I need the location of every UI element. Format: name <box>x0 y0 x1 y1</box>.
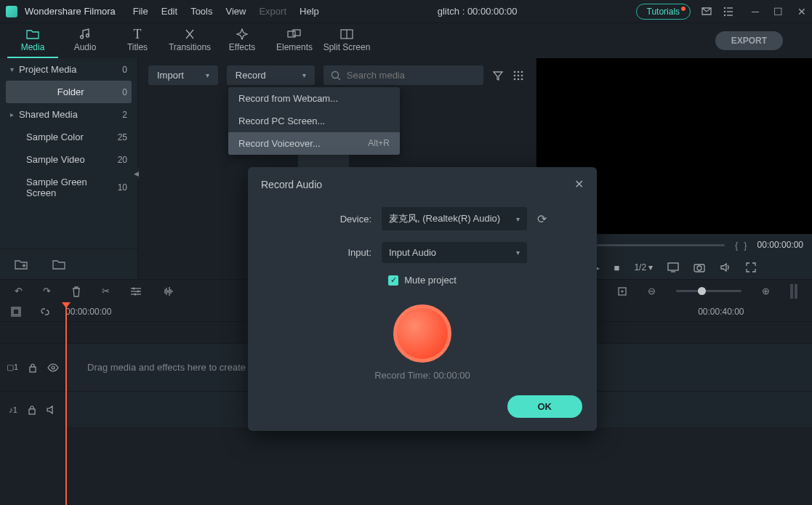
device-select[interactable]: 麦克风, (Realtek(R) Audio) ▾ <box>382 207 527 230</box>
sidebar: ▾ Project Media 0 Folder 0 ▸ Shared Medi… <box>0 58 138 279</box>
lock-icon[interactable] <box>28 405 36 415</box>
svg-point-21 <box>517 78 519 80</box>
maximize-button[interactable]: ☐ <box>773 6 783 17</box>
input-select[interactable]: Input Audio ▾ <box>382 242 527 263</box>
chevron-down-icon: ▾ <box>516 249 520 256</box>
tab-media[interactable]: Media <box>7 23 58 58</box>
tab-elements[interactable]: Elements <box>269 23 320 58</box>
display-icon[interactable] <box>667 262 679 272</box>
camera-icon[interactable] <box>694 262 705 272</box>
add-folder-icon[interactable] <box>15 259 28 270</box>
record-dropdown[interactable]: Record ▾ <box>227 65 315 85</box>
adjust-button[interactable] <box>130 286 142 296</box>
app-logo-icon <box>6 6 17 17</box>
record-button[interactable] <box>393 304 451 363</box>
undo-button[interactable]: ↶ <box>15 286 23 296</box>
lock-icon[interactable] <box>28 363 37 373</box>
zoom-slider[interactable] <box>676 290 741 292</box>
svg-point-38 <box>52 366 55 369</box>
tab-bar: Media Audio T Titles Transitions Effects… <box>0 23 812 58</box>
svg-point-18 <box>517 74 519 76</box>
sidebar-item-sample-green[interactable]: Sample Green Screen 10 <box>0 171 137 204</box>
search-field[interactable] <box>323 65 483 85</box>
minimize-button[interactable]: ─ <box>752 6 759 17</box>
menu-edit[interactable]: Edit <box>161 6 177 17</box>
timeline-layers-icon[interactable] <box>10 306 22 318</box>
chevron-down-icon: ▾ <box>302 71 306 79</box>
svg-rect-9 <box>293 30 300 36</box>
audio-track-header: ♪1 <box>0 392 65 427</box>
redo-button[interactable]: ↷ <box>43 286 51 296</box>
zoom-in-icon[interactable]: ⊕ <box>762 286 770 296</box>
svg-point-0 <box>724 7 725 8</box>
mark-out-icon[interactable]: } <box>744 240 747 251</box>
export-button[interactable]: EXPORT <box>715 31 783 50</box>
app-name: Wondershare Filmora <box>25 6 116 17</box>
menu-view[interactable]: View <box>225 6 246 17</box>
audio-track-label: ♪1 <box>9 405 17 414</box>
svg-rect-5 <box>727 15 733 15</box>
svg-point-22 <box>520 78 523 80</box>
filter-icon[interactable] <box>492 70 504 81</box>
tab-effects[interactable]: Effects <box>217 23 268 58</box>
search-input[interactable] <box>347 70 476 81</box>
sidebar-item-project-media[interactable]: ▾ Project Media 0 <box>0 58 137 81</box>
open-folder-icon[interactable] <box>52 259 65 270</box>
dialog-title: Record Audio <box>261 179 574 190</box>
volume-icon[interactable] <box>720 262 731 272</box>
ok-button[interactable]: OK <box>507 395 583 418</box>
tasks-icon[interactable] <box>723 6 734 17</box>
mute-checkbox[interactable]: ✓ <box>388 275 398 286</box>
dialog-header: Record Audio ✕ <box>248 167 597 201</box>
chevron-down-icon: ▾ <box>206 71 209 79</box>
cut-button[interactable]: ✂ <box>102 286 110 296</box>
sidebar-item-sample-color[interactable]: Sample Color 25 <box>0 126 137 148</box>
waveform-button[interactable] <box>162 286 175 296</box>
stop-button[interactable]: ■ <box>614 262 620 273</box>
svg-point-16 <box>520 70 523 73</box>
refresh-icon[interactable]: ⟳ <box>537 212 547 226</box>
folder-icon <box>26 28 39 41</box>
eye-icon[interactable] <box>47 363 59 372</box>
record-time: Record Time: 00:00:00 <box>248 370 597 381</box>
record-dropdown-menu: Record from Webcam... Record PC Screen..… <box>228 87 400 155</box>
volume-meter <box>790 284 797 299</box>
svg-rect-36 <box>13 309 19 315</box>
sidebar-item-shared-media[interactable]: ▸ Shared Media 2 <box>0 103 137 126</box>
menu-record-webcam[interactable]: Record from Webcam... <box>228 87 400 110</box>
marker-icon[interactable] <box>617 286 627 296</box>
menu-tools[interactable]: Tools <box>190 6 212 17</box>
timeline-link-icon[interactable] <box>39 306 51 318</box>
tab-splitscreen[interactable]: Split Screen <box>321 23 372 58</box>
sidebar-item-sample-video[interactable]: Sample Video 20 <box>0 148 137 171</box>
speaker-icon[interactable] <box>47 405 57 414</box>
svg-point-15 <box>517 70 519 73</box>
menu-record-screen[interactable]: Record PC Screen... <box>228 110 400 132</box>
tab-titles[interactable]: T Titles <box>112 23 163 58</box>
menu-help[interactable]: Help <box>300 6 319 17</box>
tab-audio[interactable]: Audio <box>60 23 110 58</box>
title-bar-right: Tutorials ─ ☐ ✕ <box>636 4 807 20</box>
close-icon[interactable]: ✕ <box>574 177 584 191</box>
notify-icon[interactable] <box>701 6 712 17</box>
zoom-out-icon[interactable]: ⊖ <box>648 286 656 296</box>
menu-file[interactable]: File <box>133 6 148 17</box>
menu-record-voiceover[interactable]: Record Voiceover... Alt+R <box>228 132 400 155</box>
preview-zoom-dropdown[interactable]: 1/2 ▾ <box>634 262 653 272</box>
playhead[interactable] <box>65 302 67 505</box>
grid-view-icon[interactable] <box>512 70 524 81</box>
svg-rect-37 <box>30 367 36 372</box>
delete-button[interactable] <box>71 286 81 297</box>
collapse-handle-icon[interactable]: ◀ <box>132 167 140 180</box>
import-dropdown[interactable]: Import ▾ <box>148 65 218 85</box>
sidebar-item-folder[interactable]: Folder 0 <box>6 81 132 103</box>
close-button[interactable]: ✕ <box>797 6 806 17</box>
mark-in-icon[interactable]: { <box>735 240 738 251</box>
record-audio-dialog: Record Audio ✕ Device: 麦克风, (Realtek(R) … <box>248 167 597 431</box>
tab-transitions[interactable]: Transitions <box>164 23 215 58</box>
svg-rect-1 <box>727 7 733 8</box>
tutorials-button[interactable]: Tutorials <box>636 4 691 20</box>
elements-icon <box>287 28 302 41</box>
fullscreen-icon[interactable] <box>746 262 756 272</box>
svg-rect-23 <box>668 263 678 270</box>
